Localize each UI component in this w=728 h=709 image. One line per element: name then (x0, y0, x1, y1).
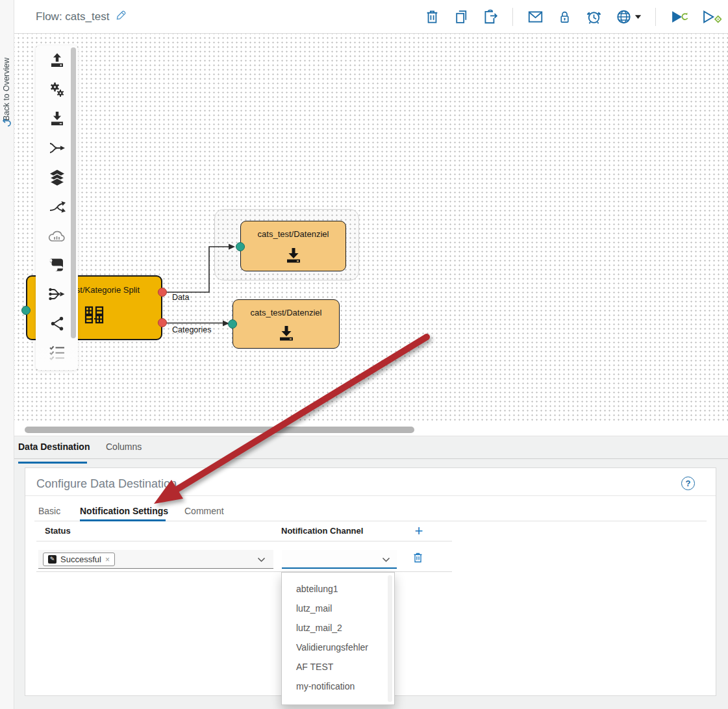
notification-table-header: Status Notification Channel + (25, 523, 716, 541)
layers-icon[interactable] (48, 169, 66, 186)
notification-channel-select[interactable] (282, 550, 397, 569)
split-table-icon (84, 305, 105, 325)
tab-notification-settings[interactable]: Notification Settings (80, 506, 168, 516)
node-datenziel-1[interactable]: cats_test/Datenziel (240, 221, 346, 271)
input-port[interactable] (236, 242, 245, 251)
flow-title: Flow: cats_test (36, 0, 109, 34)
palette-scrollbar[interactable] (71, 47, 76, 338)
paste-icon[interactable] (481, 7, 499, 27)
lock-icon[interactable] (555, 7, 573, 27)
dropdown-option[interactable]: AF TEST (282, 657, 394, 677)
delete-row-icon[interactable] (412, 551, 424, 564)
language-menu[interactable] (614, 7, 642, 27)
toolbar-separator (512, 8, 513, 26)
dropdown-option[interactable]: lutz_mail_2 (282, 618, 394, 638)
operator-palette (36, 45, 78, 370)
dropdown-option[interactable]: lutz_mail (282, 599, 394, 618)
canvas-horizontal-scrollbar[interactable] (25, 427, 414, 433)
node-datenziel-2[interactable]: cats_test/Datenziel (232, 299, 340, 349)
download-icon[interactable] (48, 110, 66, 127)
script-icon[interactable] (48, 256, 66, 273)
output-port-data[interactable] (158, 288, 167, 297)
run-with-options-icon[interactable] (701, 7, 722, 27)
delete-icon[interactable] (423, 7, 441, 27)
node-label: cats_test/Datenziel (241, 221, 345, 239)
column-status: Status (45, 526, 71, 536)
run-icon[interactable] (669, 7, 690, 27)
download-icon (284, 246, 303, 264)
join-icon[interactable] (48, 140, 66, 156)
back-to-overview-label[interactable]: Back to Overview (2, 39, 12, 121)
settings-icon[interactable] (48, 81, 66, 98)
status-multiselect[interactable]: ✎ Successful × (38, 550, 273, 569)
toolbar-separator (655, 8, 656, 26)
dropdown-option[interactable]: my-notification (282, 677, 394, 696)
token-label: Successful (60, 554, 101, 564)
mail-icon[interactable] (526, 7, 544, 27)
tab-data-destination[interactable]: Data Destination (18, 442, 90, 452)
token-remove-icon[interactable]: × (105, 555, 110, 564)
download-icon (277, 324, 295, 342)
flow-header: Flow: cats_test (14, 0, 728, 34)
input-port[interactable] (21, 306, 31, 315)
input-port[interactable] (228, 319, 237, 329)
chevron-down-icon (257, 557, 266, 563)
status-token[interactable]: ✎ Successful × (43, 553, 115, 566)
column-notification-channel: Notification Channel (281, 526, 363, 536)
settings-tab-bar: Basic Notification Settings Comment (25, 502, 716, 521)
cloud-icon[interactable] (48, 227, 66, 244)
share-icon[interactable] (48, 315, 66, 332)
flow-canvas[interactable] (14, 34, 728, 436)
tab-columns[interactable]: Columns (106, 442, 142, 452)
dropdown-option[interactable]: Validierungsfehler (282, 638, 394, 657)
dropdown-option[interactable]: abteilung1 (282, 579, 394, 599)
schedule-icon[interactable] (584, 7, 603, 27)
back-to-overview-rail: Back to Overview (0, 0, 14, 709)
card-title: Configure Data Destination (36, 477, 177, 491)
token-edit-icon: ✎ (48, 555, 56, 564)
dropdown-scrollbar[interactable] (388, 575, 392, 702)
copy-icon[interactable] (452, 7, 470, 27)
edit-flow-name-icon[interactable] (115, 10, 128, 23)
chevron-down-icon (382, 557, 390, 563)
chevron-down-icon (634, 14, 642, 19)
help-icon[interactable]: ? (681, 477, 695, 490)
port-label-categories: Categories (172, 325, 211, 334)
flow-editor-page: Back to Overview Flow: cats_test (0, 0, 728, 709)
notification-channel-dropdown: abteilung1 lutz_mail lutz_mail_2 Validie… (281, 572, 395, 705)
fan-in-icon[interactable] (48, 286, 66, 303)
node-label: cats_test/Datenziel (233, 300, 339, 317)
flow-toolbar (423, 0, 722, 34)
split-icon[interactable] (48, 198, 66, 215)
tab-basic[interactable]: Basic (38, 506, 60, 516)
tab-comment[interactable]: Comment (184, 506, 224, 516)
upload-icon[interactable] (48, 52, 66, 69)
port-label-data: Data (172, 293, 189, 302)
add-row-button[interactable]: + (411, 523, 427, 540)
output-port-categories[interactable] (158, 318, 167, 327)
back-arrow-icon[interactable] (2, 118, 12, 127)
